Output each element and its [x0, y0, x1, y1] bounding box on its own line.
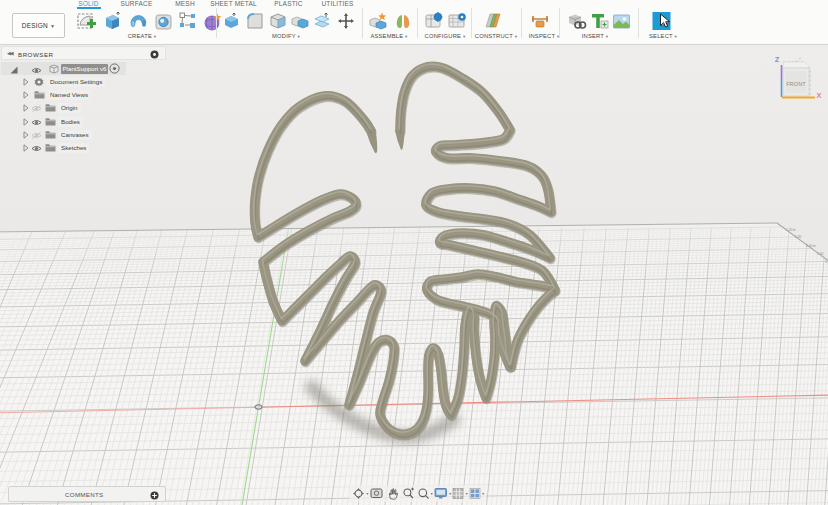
svg-text:1.40 m: 1.40 m: [806, 244, 816, 248]
svg-text:1.30: 1.30: [795, 235, 801, 239]
svg-text:X: X: [816, 91, 821, 100]
svg-text:FRONT: FRONT: [786, 81, 806, 87]
svg-text:Z: Z: [775, 55, 780, 64]
svg-text:1.20 m: 1.20 m: [786, 228, 796, 232]
svg-text:1.50: 1.50: [817, 252, 823, 256]
